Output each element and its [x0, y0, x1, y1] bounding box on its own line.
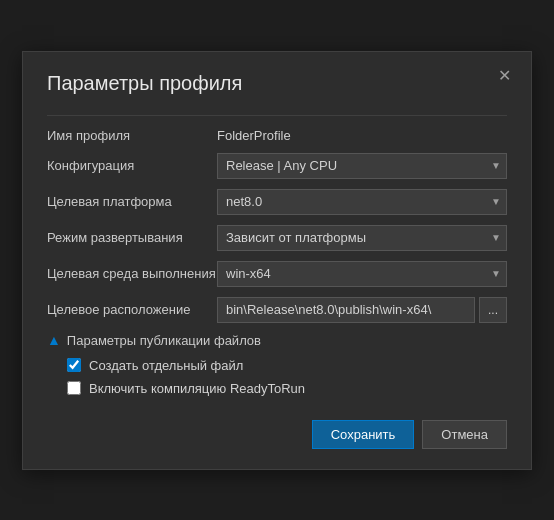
runtime-row: Целевая среда выполнения win-x64 ▼: [47, 261, 507, 287]
close-button[interactable]: ✕: [492, 64, 517, 88]
configuration-row: Конфигурация Release | Any CPU ▼: [47, 153, 507, 179]
location-label: Целевое расположение: [47, 302, 217, 317]
runtime-select-wrapper: win-x64 ▼: [217, 261, 507, 287]
dialog-footer: Сохранить Отмена: [47, 412, 507, 449]
target-platform-row: Целевая платформа net8.0 ▼: [47, 189, 507, 215]
divider: [47, 115, 507, 116]
readytorun-label: Включить компиляцию ReadyToRun: [89, 381, 305, 396]
cancel-button[interactable]: Отмена: [422, 420, 507, 449]
location-input-wrapper: ...: [217, 297, 507, 323]
target-platform-select-wrapper: net8.0 ▼: [217, 189, 507, 215]
target-platform-label: Целевая платформа: [47, 194, 217, 209]
deploy-mode-select[interactable]: Зависит от платформы: [217, 225, 507, 251]
target-platform-select[interactable]: net8.0: [217, 189, 507, 215]
deploy-mode-row: Режим развертывания Зависит от платформы…: [47, 225, 507, 251]
readytorun-checkbox[interactable]: [67, 381, 81, 395]
runtime-select[interactable]: win-x64: [217, 261, 507, 287]
configuration-select-wrapper: Release | Any CPU ▼: [217, 153, 507, 179]
checkbox-row-1: Создать отдельный файл: [67, 358, 507, 373]
profile-params-dialog: Параметры профиля ✕ Имя профиля FolderPr…: [22, 51, 532, 470]
profile-name-row: Имя профиля FolderProfile: [47, 128, 507, 143]
section-toggle-icon: ▲: [47, 333, 61, 347]
profile-name-label: Имя профиля: [47, 128, 217, 143]
save-button[interactable]: Сохранить: [312, 420, 415, 449]
location-input[interactable]: [217, 297, 475, 323]
browse-button[interactable]: ...: [479, 297, 507, 323]
single-file-label: Создать отдельный файл: [89, 358, 243, 373]
publish-section-header[interactable]: ▲ Параметры публикации файлов: [47, 333, 507, 348]
runtime-label: Целевая среда выполнения: [47, 266, 217, 281]
dialog-title: Параметры профиля: [47, 72, 507, 95]
configuration-select[interactable]: Release | Any CPU: [217, 153, 507, 179]
configuration-label: Конфигурация: [47, 158, 217, 173]
section-title: Параметры публикации файлов: [67, 333, 261, 348]
location-row: Целевое расположение ...: [47, 297, 507, 323]
single-file-checkbox[interactable]: [67, 358, 81, 372]
profile-name-value: FolderProfile: [217, 128, 507, 143]
deploy-mode-label: Режим развертывания: [47, 230, 217, 245]
deploy-mode-select-wrapper: Зависит от платформы ▼: [217, 225, 507, 251]
checkbox-row-2: Включить компиляцию ReadyToRun: [67, 381, 507, 396]
